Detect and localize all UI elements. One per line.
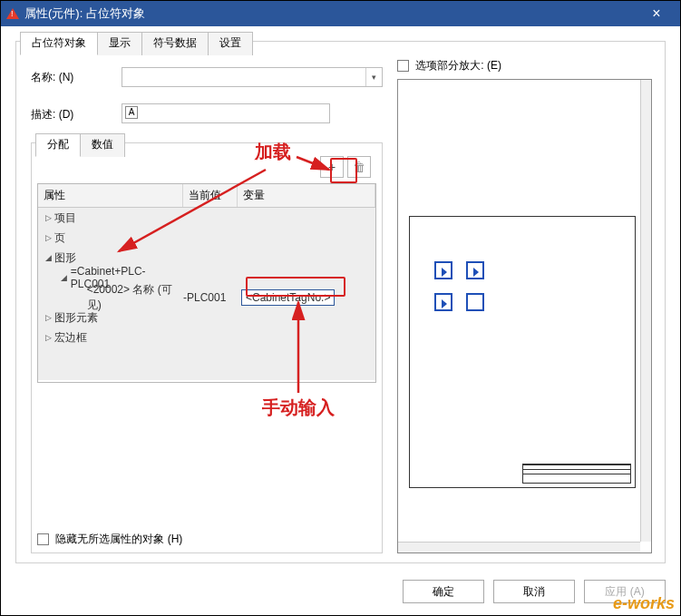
tab-placeholder[interactable]: 占位符对象 <box>20 32 98 55</box>
col-current[interactable]: 当前值 <box>183 184 238 207</box>
ok-button[interactable]: 确定 <box>403 580 484 603</box>
delete-button[interactable]: 🗑 <box>347 156 371 178</box>
component-glyph <box>466 261 484 279</box>
expand-icon[interactable]: ▷ <box>44 313 53 322</box>
language-icon: A <box>125 106 138 119</box>
name-input[interactable] <box>122 68 365 86</box>
component-glyph <box>434 261 452 279</box>
preview-canvas[interactable] <box>398 80 640 542</box>
desc-row: 描述: (D) A <box>31 103 383 126</box>
grid-row[interactable]: ▷项目 <box>38 208 375 228</box>
enlarge-row: 选项部分放大: (E) <box>397 58 652 73</box>
enlarge-checkbox[interactable] <box>397 60 409 72</box>
tab-display[interactable]: 显示 <box>97 32 142 55</box>
scrollbar-vertical[interactable] <box>640 80 651 542</box>
name-label: 名称: (N) <box>31 70 122 85</box>
row-prop: <20002> 名称 (可见) <box>87 282 183 313</box>
preview-panel <box>397 79 652 553</box>
expand-icon[interactable]: ▷ <box>44 213 53 222</box>
row-prop: 项目 <box>54 210 76 226</box>
right-pane: 选项部分放大: (E) <box>388 51 656 553</box>
grid-body[interactable]: ▷项目 ▷页 ◢图形 <box>38 208 375 380</box>
warning-icon <box>6 8 19 19</box>
expand-icon[interactable]: ▷ <box>44 233 53 242</box>
grid-row[interactable]: ▷图形元素 <box>38 308 375 328</box>
sub-tabs: 分配 数值 <box>35 133 124 157</box>
left-pane: 名称: (N) ▾ 描述: (D) A 分配 数值 <box>25 51 388 553</box>
client-area: 占位符对象 显示 符号数据 设置 名称: (N) ▾ 描述: (D) A <box>1 26 680 571</box>
row-cur: -PLC001 <box>183 291 238 304</box>
name-row: 名称: (N) ▾ <box>31 67 383 87</box>
assignment-frame: 分配 数值 + 🗑 属性 当前值 变量 ▷项目 <box>31 142 383 553</box>
row-prop: 宏边框 <box>54 330 87 346</box>
sheet-frame <box>409 216 636 488</box>
component-glyph <box>466 293 484 311</box>
variable-value[interactable]: <CabinetTagNo.> <box>241 289 335 306</box>
tab-symbol-data[interactable]: 符号数据 <box>141 32 209 55</box>
chevron-down-icon[interactable]: ▾ <box>365 68 382 86</box>
title-block <box>522 464 631 484</box>
property-grid: 属性 当前值 变量 ▷项目 ▷页 <box>37 183 376 383</box>
name-combo[interactable]: ▾ <box>122 67 383 87</box>
desc-label: 描述: (D) <box>31 107 122 122</box>
grid-row[interactable]: ▷页 <box>38 228 375 248</box>
component-glyph <box>434 293 452 311</box>
row-var[interactable]: <CabinetTagNo.> <box>238 289 375 306</box>
enlarge-label: 选项部分放大: (E) <box>415 59 501 72</box>
desc-input[interactable]: A <box>122 103 330 123</box>
window-title: 属性(元件): 占位符对象 <box>24 5 145 22</box>
collapse-icon[interactable]: ◢ <box>60 273 69 282</box>
dialog-buttons: 确定 取消 应用 (A) <box>1 571 680 607</box>
expand-icon[interactable]: ▷ <box>44 333 53 342</box>
cancel-button[interactable]: 取消 <box>493 580 575 603</box>
collapse-icon[interactable]: ◢ <box>44 253 53 262</box>
grid-header: 属性 当前值 变量 <box>38 184 375 208</box>
grid-row[interactable]: ▷宏边框 <box>38 328 375 347</box>
row-prop: 图形元素 <box>54 310 98 326</box>
grid-row[interactable]: <20002> 名称 (可见) -PLC001 <CabinetTagNo.> <box>38 288 375 308</box>
hide-objects-row: 隐藏无所选属性的对象 (H) <box>37 524 376 547</box>
hide-checkbox[interactable] <box>37 533 49 545</box>
close-button[interactable]: × <box>638 1 675 26</box>
apply-button[interactable]: 应用 (A) <box>584 580 666 603</box>
main-tabs: 占位符对象 显示 符号数据 设置 <box>20 32 252 55</box>
add-button[interactable]: + <box>320 156 344 178</box>
tab-assign[interactable]: 分配 <box>35 133 81 157</box>
col-property[interactable]: 属性 <box>38 184 183 207</box>
row-prop: 图形 <box>54 250 76 266</box>
grid-toolbar: + 🗑 <box>37 152 376 183</box>
col-variable[interactable]: 变量 <box>238 184 375 207</box>
tab-settings[interactable]: 设置 <box>208 32 253 55</box>
row-prop: 页 <box>54 230 65 246</box>
hide-label: 隐藏无所选属性的对象 (H) <box>55 533 182 545</box>
scrollbar-horizontal[interactable] <box>398 542 640 552</box>
main-frame: 占位符对象 显示 符号数据 设置 名称: (N) ▾ 描述: (D) A <box>15 41 666 563</box>
titlebar: 属性(元件): 占位符对象 × <box>1 1 680 26</box>
tab-values[interactable]: 数值 <box>80 133 125 157</box>
